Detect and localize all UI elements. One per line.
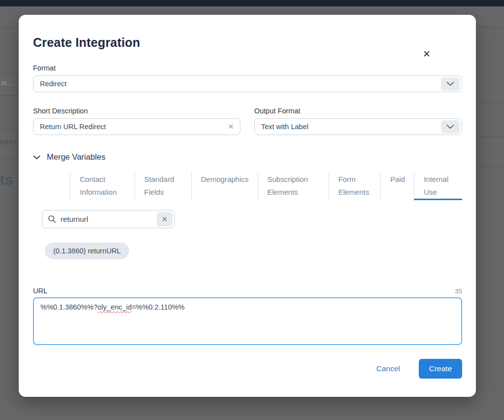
background-heading-fragment: ts — [0, 172, 13, 188]
cancel-button[interactable]: Cancel — [376, 364, 400, 373]
merge-variables-tab-bar: Contact Information Standard Fields Demo… — [70, 172, 462, 200]
clear-search-icon[interactable]: ✕ — [157, 212, 172, 226]
background-divider — [0, 159, 19, 159]
chevron-down-icon — [446, 80, 454, 88]
tab-standard-fields[interactable]: Standard Fields — [134, 172, 191, 200]
output-format-dropdown-button[interactable] — [441, 120, 460, 134]
tab-contact-information[interactable]: Contact Information — [70, 172, 134, 200]
dialog-title: Create Integration — [33, 35, 462, 50]
url-label: URL — [33, 287, 47, 295]
background-divider — [0, 129, 19, 130]
url-text-before: %%0.1.3860%%? — [40, 303, 98, 311]
merge-variables-label: Merge Variables — [47, 152, 105, 162]
background-filter-fragment: er... — [1, 79, 12, 87]
close-icon[interactable]: ✕ — [423, 49, 431, 59]
url-textarea[interactable]: %%0.1.3860%%?oly_enc_id=%%0.2.110%% — [33, 297, 462, 345]
format-label: Format — [33, 64, 462, 72]
background-divider — [0, 95, 19, 96]
output-format-label: Output Format — [254, 107, 462, 115]
clear-short-description-icon[interactable]: ✕ — [228, 122, 234, 131]
url-char-counter: 35 — [455, 287, 462, 295]
search-icon — [48, 215, 56, 225]
short-description-input[interactable] — [33, 118, 240, 135]
output-format-select[interactable]: Text with Label — [254, 118, 462, 135]
background-divider — [476, 137, 504, 137]
format-select[interactable]: Redirect — [33, 75, 462, 92]
background-divider — [476, 102, 504, 103]
format-dropdown-button[interactable] — [441, 77, 460, 91]
short-description-label: Short Description — [33, 107, 240, 115]
tab-internal-use[interactable]: Internal Use — [414, 172, 462, 200]
background-divider — [0, 73, 19, 73]
background-divider — [476, 166, 504, 167]
url-text-misspelled: oly_enc_id — [98, 303, 132, 311]
create-integration-dialog: ✕ Create Integration Format Redirect Sho… — [19, 15, 476, 397]
url-text-after: =%%0.2.110%% — [132, 303, 184, 311]
tab-paid[interactable]: Paid — [380, 172, 414, 200]
chevron-down-icon — [446, 123, 454, 131]
format-selected-value: Redirect — [40, 80, 67, 88]
merge-variables-toggle[interactable]: Merge Variables — [33, 152, 462, 162]
background-link-fragment: turn U — [0, 138, 20, 146]
chevron-down-icon — [33, 153, 40, 162]
merge-variable-chip[interactable]: (0.1.3860) returnURL — [45, 243, 129, 259]
tab-subscription-elements[interactable]: Subscription Elements — [258, 172, 329, 200]
merge-variable-search-input[interactable] — [42, 210, 175, 228]
background-top-bar — [0, 0, 504, 6]
output-format-selected-value: Text with Label — [261, 123, 308, 131]
tab-form-elements[interactable]: Form Elements — [329, 172, 381, 200]
tab-demographics[interactable]: Demographics — [191, 172, 258, 200]
create-button[interactable]: Create — [419, 359, 462, 379]
